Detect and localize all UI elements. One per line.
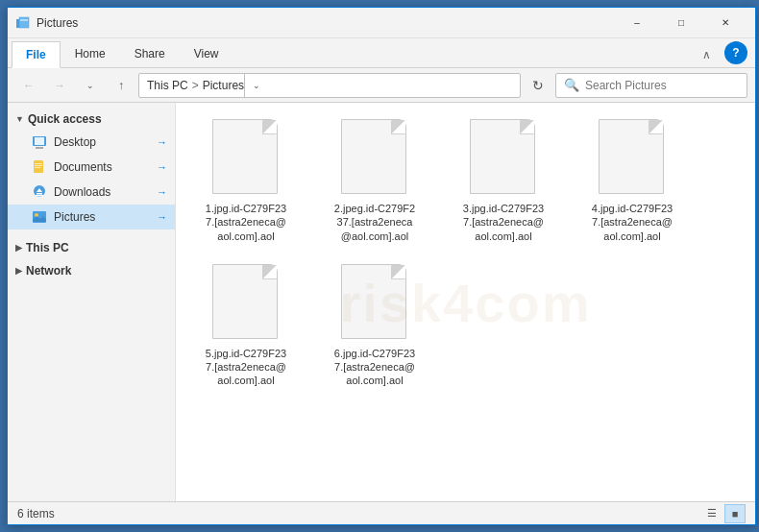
svg-rect-7 [35,163,42,164]
search-input[interactable] [585,79,739,92]
tab-home[interactable]: Home [61,40,120,67]
file-item-f6[interactable]: 6.jpg.id-C279F23 7.[astra2eneca@ aol.com… [312,255,437,397]
this-pc-header[interactable]: ▶ This PC [8,235,175,258]
window-title: Pictures [37,16,615,30]
back-button[interactable]: ← [15,72,42,99]
ribbon: File Home Share View ∧ ? [8,38,755,68]
path-part-pictures: Pictures [203,79,244,92]
refresh-button[interactable]: ↻ [525,72,551,99]
quick-access-header[interactable]: ▼ Quick access [8,107,175,130]
large-icon-view-button[interactable]: ■ [724,504,746,523]
path-dropdown-button[interactable]: ⌄ [244,73,267,98]
file-name-f6: 6.jpg.id-C279F23 7.[astra2eneca@ aol.com… [334,347,415,388]
file-icon-f4 [599,119,666,196]
svg-rect-9 [35,167,40,168]
explorer-window: Pictures – □ ✕ File Home Share View ∧ ? … [7,7,756,525]
svg-rect-8 [35,165,42,166]
list-view-button[interactable]: ☰ [701,504,722,523]
file-item-f5[interactable]: 5.jpg.id-C279F23 7.[astra2eneca@ aol.com… [184,255,308,397]
title-bar: Pictures – □ ✕ [8,8,755,38]
pictures-pin: → [157,211,167,223]
path-separator: > [192,79,199,92]
content-area: ▼ Quick access Desktop → Documents → [8,103,755,501]
downloads-label: Downloads [54,185,110,199]
file-icon-f2 [341,119,408,196]
documents-label: Documents [54,160,112,174]
network-chevron: ▶ [15,266,22,276]
file-icon-f3 [470,119,537,196]
tab-view[interactable]: View [180,40,233,67]
window-controls: – □ ✕ [615,8,747,38]
network-header[interactable]: ▶ Network [8,258,175,281]
file-name-f4: 4.jpg.id-C279F23 7.[astra2eneca@ aol.com… [592,202,673,243]
downloads-pin: → [157,186,167,198]
quick-access-label: Quick access [28,112,102,126]
svg-rect-5 [35,137,44,145]
maximize-button[interactable]: □ [659,8,703,38]
ribbon-tabs: File Home Share View ∧ ? [8,38,755,67]
file-item-f1[interactable]: 1.jpg.id-C279F23 7.[astra2eneca@ aol.com… [184,110,308,252]
sidebar: ▼ Quick access Desktop → Documents → [8,103,176,501]
window-icon [15,15,31,31]
file-item-f2[interactable]: 2.jpeg.id-C279F2 37.[astra2eneca @aol.co… [312,110,437,252]
view-controls: ☰ ■ [701,504,746,523]
file-item-f3[interactable]: 3.jpg.id-C279F23 7.[astra2eneca@ aol.com… [441,110,566,252]
help-button[interactable]: ? [724,41,747,64]
status-bar: 6 items ☰ ■ [8,501,755,524]
file-name-f1: 1.jpg.id-C279F23 7.[astra2eneca@ aol.com… [206,202,286,243]
minimize-button[interactable]: – [615,8,659,38]
file-item-f4[interactable]: 4.jpg.id-C279F23 7.[astra2eneca@ aol.com… [570,110,695,252]
svg-rect-6 [34,160,43,173]
file-name-f2: 2.jpeg.id-C279F2 37.[astra2eneca @aol.co… [334,202,415,243]
sidebar-item-desktop[interactable]: Desktop → [8,130,175,155]
address-bar: ← → ⌄ ↑ This PC > Pictures ⌄ ↻ 🔍 [8,68,755,103]
search-icon: 🔍 [564,78,579,92]
file-name-f5: 5.jpg.id-C279F23 7.[astra2eneca@ aol.com… [206,347,286,388]
address-path[interactable]: This PC > Pictures ⌄ [138,73,521,98]
file-grid: 1.jpg.id-C279F23 7.[astra2eneca@ aol.com… [184,110,747,397]
pictures-label: Pictures [54,210,95,224]
item-count: 6 items [17,507,55,520]
file-icon-f1 [212,119,280,196]
search-box[interactable]: 🔍 [555,73,747,98]
desktop-pin: → [157,136,167,148]
this-pc-label: This PC [26,241,69,254]
up-button[interactable]: ↑ [108,72,135,99]
downloads-icon [31,183,48,201]
svg-rect-13 [36,195,43,197]
close-button[interactable]: ✕ [703,8,747,38]
file-icon-f6 [341,264,408,341]
file-area: risk4com 1.jpg.id-C279F23 7.[astra2eneca… [176,103,755,501]
sidebar-item-pictures[interactable]: Pictures → [8,205,175,230]
documents-icon [31,158,48,176]
tab-share[interactable]: Share [120,40,180,67]
desktop-label: Desktop [54,135,96,149]
forward-button[interactable]: → [46,72,73,99]
pictures-icon [31,208,48,226]
documents-pin: → [157,161,167,173]
sidebar-item-downloads[interactable]: Downloads → [8,180,175,205]
svg-rect-1 [19,17,29,28]
svg-rect-12 [37,193,42,195]
svg-rect-2 [20,19,28,21]
svg-rect-4 [36,147,43,149]
this-pc-chevron: ▶ [15,243,22,253]
ribbon-collapse-button[interactable]: ∧ [693,42,721,67]
quick-access-chevron: ▼ [15,114,24,124]
file-icon-f5 [212,264,280,341]
network-label: Network [26,264,71,278]
file-name-f3: 3.jpg.id-C279F23 7.[astra2eneca@ aol.com… [463,202,544,243]
sidebar-item-documents[interactable]: Documents → [8,155,175,180]
up-dropdown-button[interactable]: ⌄ [77,72,104,99]
path-part-thispc: This PC [147,79,188,92]
tab-file[interactable]: File [12,41,61,68]
desktop-icon [31,133,48,151]
